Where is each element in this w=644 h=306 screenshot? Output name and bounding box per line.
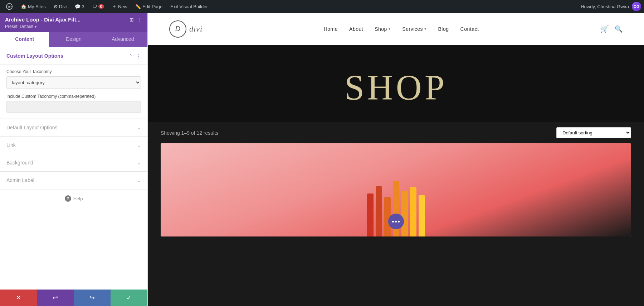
panel-preset-dropdown[interactable]: Preset: Default	[5, 24, 142, 29]
background-icons: ⌄	[137, 160, 141, 166]
include-taxonomy-input[interactable]	[6, 101, 141, 113]
undo-button[interactable]: ↩	[37, 290, 74, 306]
admin-label-header[interactable]: Admin Label ⌄	[0, 172, 147, 189]
shop-content: Showing 1–9 of 12 results Default sortin…	[148, 122, 644, 306]
taxonomy-group: Choose Your Taxonomy layout_category cat…	[6, 69, 141, 89]
new-button[interactable]: ＋ New	[109, 3, 130, 10]
nav-home-label: Home	[324, 26, 338, 32]
admin-bar-left: W 🏠 My Sites ⊙ Divi 💬 3 🗨 0 ＋ New ✏️ Edi…	[3, 3, 581, 10]
search-icon[interactable]: 🔍	[615, 25, 623, 33]
preview-area: D divi Home About Shop ▾ Services ▾	[148, 13, 644, 306]
tab-content[interactable]: Content	[0, 32, 49, 47]
redo-button[interactable]: ↪	[74, 290, 111, 306]
panel-title-icons: ⊞ ⋮	[130, 17, 142, 23]
help-section[interactable]: ? Help	[0, 189, 147, 207]
link-header[interactable]: Link ⌄	[0, 137, 147, 154]
chevron-down-icon-bg[interactable]: ⌄	[137, 160, 141, 166]
comments-button[interactable]: 💬 3	[72, 4, 87, 9]
main-layout: Archive Loop - Divi Ajax Filt... ⊞ ⋮ Pre…	[0, 13, 644, 306]
chevron-down-icon-default[interactable]: ⌄	[137, 125, 141, 130]
divi-button[interactable]: ⊙ Divi	[51, 4, 70, 9]
grid-icon[interactable]: ⊞	[130, 17, 134, 23]
nav-item-shop[interactable]: Shop ▾	[375, 26, 391, 32]
tab-advanced[interactable]: Advanced	[98, 32, 147, 47]
avatar[interactable]: CG	[632, 2, 641, 11]
background-header[interactable]: Background ⌄	[0, 154, 147, 171]
section-default-layout: Default Layout Options ⌄	[0, 119, 147, 137]
nav-blog-label: Blog	[438, 26, 449, 32]
panel-tabs: Content Design Advanced	[0, 32, 147, 47]
nav-actions: 🛒 🔍	[600, 25, 623, 33]
dot-1	[392, 221, 394, 223]
custom-layout-header[interactable]: Custom Layout Options ⌃ ⋮	[0, 47, 147, 65]
tab-advanced-label: Advanced	[112, 36, 134, 42]
nav-menu: Home About Shop ▾ Services ▾ Blog Contac	[324, 26, 479, 32]
more-options-icon-section[interactable]: ⋮	[136, 53, 141, 59]
sort-select[interactable]: Default sorting Sort by popularity Sort …	[556, 127, 631, 138]
cancel-button[interactable]: ✕	[0, 290, 37, 306]
shop-hero: SHOP	[148, 45, 644, 122]
more-options-icon[interactable]: ⋮	[137, 17, 142, 23]
tab-content-label: Content	[15, 36, 34, 42]
panel-footer: ✕ ↩ ↪ ✓	[0, 290, 147, 306]
nav-shop-label: Shop	[375, 26, 387, 32]
plus-icon: ＋	[112, 3, 117, 10]
tab-design[interactable]: Design	[49, 32, 98, 47]
logo-text: divi	[189, 24, 203, 34]
taxonomy-select[interactable]: layout_category category tag	[6, 76, 141, 89]
taxonomy-label: Choose Your Taxonomy	[6, 69, 141, 74]
shop-dropdown-arrow: ▾	[389, 27, 391, 31]
logo-circle: D	[169, 20, 186, 38]
results-text: Showing 1–9 of 12 results	[161, 130, 218, 136]
nav-item-home[interactable]: Home	[324, 26, 338, 32]
howdy-text: Howdy, Christina Gwira	[581, 4, 629, 9]
link-title: Link	[6, 142, 16, 148]
nav-item-blog[interactable]: Blog	[438, 26, 449, 32]
site-nav: D divi Home About Shop ▾ Services ▾	[148, 13, 644, 45]
section-link: Link ⌄	[0, 137, 147, 154]
product-action-button[interactable]	[388, 214, 404, 229]
panel-header: Archive Loop - Divi Ajax Filt... ⊞ ⋮ Pre…	[0, 13, 147, 32]
mysites-button[interactable]: 🏠 My Sites	[18, 4, 49, 9]
exit-builder-button[interactable]: Exit Visual Builder	[167, 4, 211, 9]
chevron-up-icon[interactable]: ⌃	[129, 53, 133, 59]
dot-2	[395, 221, 397, 223]
nav-item-about[interactable]: About	[349, 26, 363, 32]
wp-logo-button[interactable]: W	[3, 3, 16, 10]
nav-services-label: Services	[402, 26, 423, 32]
link-icons: ⌄	[137, 143, 141, 148]
edit-page-button[interactable]: ✏️ Edit Page	[132, 4, 165, 9]
cancel-icon: ✕	[16, 294, 21, 302]
undo-icon: ↩	[53, 294, 58, 302]
background-title: Background	[6, 160, 33, 166]
comment-badge-button[interactable]: 🗨 0	[89, 4, 107, 9]
cart-icon[interactable]: 🛒	[600, 25, 609, 33]
redo-icon: ↪	[89, 294, 95, 302]
product-image	[161, 143, 631, 236]
admin-label-title: Admin Label	[6, 177, 34, 183]
chevron-down-icon-link[interactable]: ⌄	[137, 143, 141, 148]
save-button[interactable]: ✓	[111, 290, 147, 306]
nav-contact-label: Contact	[460, 26, 479, 32]
divi-label: Divi	[59, 4, 67, 9]
tab-design-label: Design	[66, 36, 82, 42]
custom-layout-title: Custom Layout Options	[6, 53, 63, 59]
chevron-down-icon-admin[interactable]: ⌄	[137, 178, 141, 183]
shop-toolbar: Showing 1–9 of 12 results Default sortin…	[148, 122, 644, 143]
nav-item-contact[interactable]: Contact	[460, 26, 479, 32]
include-taxonomy-group: Include Custom Taxonomy (comma-seperated…	[6, 94, 141, 113]
nav-about-label: About	[349, 26, 363, 32]
dots-icon	[392, 221, 400, 223]
section-custom-layout: Custom Layout Options ⌃ ⋮ Choose Your Ta…	[0, 47, 147, 119]
default-layout-header[interactable]: Default Layout Options ⌄	[0, 119, 147, 136]
exit-label: Exit Visual Builder	[170, 4, 208, 9]
nav-item-services[interactable]: Services ▾	[402, 26, 426, 32]
house-icon: 🏠	[21, 4, 26, 9]
comment-badge: 0	[98, 4, 104, 9]
wordpress-icon: W	[6, 3, 13, 10]
custom-layout-icons: ⌃ ⋮	[129, 53, 141, 59]
admin-bar-right: Howdy, Christina Gwira CG	[581, 2, 641, 11]
dot-3	[398, 221, 400, 223]
site-logo: D divi	[169, 20, 203, 38]
admin-label-icons: ⌄	[137, 178, 141, 183]
